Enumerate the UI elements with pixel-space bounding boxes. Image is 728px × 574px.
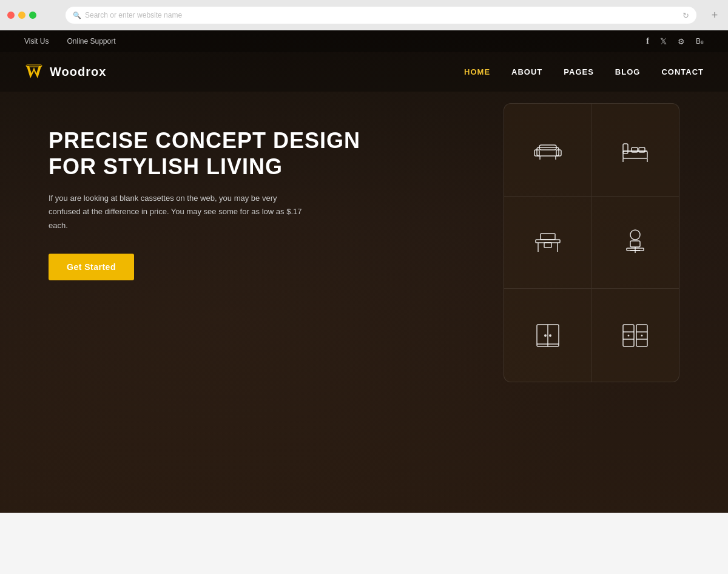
navbar: Woodrox HOME ABOUT PAGES BLOG CONTACT xyxy=(0,52,728,92)
topbar-links: Visit Us Online Support xyxy=(24,37,116,46)
get-started-button[interactable]: Get Started xyxy=(49,254,134,280)
browser-window-controls xyxy=(7,12,36,19)
hero-content: PRECISE CONCEPT DESIGN FOR STYLISH LIVIN… xyxy=(49,127,360,280)
svg-rect-9 xyxy=(623,144,628,154)
facebook-icon[interactable]: f xyxy=(646,36,649,46)
twitter-icon[interactable]: 𝕏 xyxy=(660,36,667,46)
svg-rect-11 xyxy=(639,147,645,152)
furniture-cell-sofa[interactable] xyxy=(504,104,592,197)
website-container: Visit Us Online Support f 𝕏 ⚙ B₈ Woodrox… xyxy=(0,30,728,574)
furniture-panel xyxy=(504,103,679,382)
nav-about[interactable]: ABOUT xyxy=(511,67,542,76)
nav-home[interactable]: HOME xyxy=(464,67,490,76)
logo-text: Woodrox xyxy=(50,65,106,79)
logo[interactable]: Woodrox xyxy=(24,62,106,82)
topbar-socials: f 𝕏 ⚙ B₈ xyxy=(646,36,704,46)
bottom-section xyxy=(0,513,728,574)
bed-icon xyxy=(619,134,651,166)
reload-icon[interactable]: ↻ xyxy=(682,11,689,20)
hero-title: PRECISE CONCEPT DESIGN FOR STYLISH LIVIN… xyxy=(49,127,360,180)
new-tab-button[interactable]: + xyxy=(709,9,721,21)
cabinet-icon xyxy=(619,320,651,351)
furniture-cell-desk[interactable] xyxy=(504,197,592,289)
address-text: Search or enter website name xyxy=(85,11,182,19)
furniture-cell-wardrobe[interactable] xyxy=(504,289,592,382)
topbar-online-support[interactable]: Online Support xyxy=(67,37,115,46)
furniture-cell-bed[interactable] xyxy=(592,104,679,197)
topbar-visit-us[interactable]: Visit Us xyxy=(24,37,49,46)
svg-rect-19 xyxy=(544,243,551,248)
svg-rect-1 xyxy=(26,65,42,67)
topbar: Visit Us Online Support f 𝕏 ⚙ B₈ xyxy=(0,30,728,52)
svg-point-37 xyxy=(641,334,643,336)
chair-icon xyxy=(619,226,651,258)
close-button[interactable] xyxy=(7,12,15,19)
desk-icon xyxy=(532,226,564,258)
hero-description: If you are looking at blank cassettes on… xyxy=(49,192,303,232)
wardrobe-icon xyxy=(532,320,564,351)
nav-links: HOME ABOUT PAGES BLOG CONTACT xyxy=(464,67,704,76)
svg-point-20 xyxy=(630,230,640,240)
address-bar[interactable]: 🔍 Search or enter website name ↻ xyxy=(66,7,696,24)
svg-rect-10 xyxy=(632,147,638,152)
furniture-cell-chair[interactable] xyxy=(592,197,679,289)
maximize-button[interactable] xyxy=(29,12,36,19)
settings-icon[interactable]: ⚙ xyxy=(678,37,685,46)
svg-point-28 xyxy=(549,334,551,337)
svg-rect-18 xyxy=(541,234,555,240)
furniture-cell-cabinet[interactable] xyxy=(592,289,679,382)
svg-rect-21 xyxy=(630,241,640,247)
logo-icon xyxy=(24,62,44,82)
behance-icon[interactable]: B₈ xyxy=(696,37,704,46)
search-icon: 🔍 xyxy=(73,12,81,19)
nav-blog[interactable]: BLOG xyxy=(615,67,641,76)
sofa-icon xyxy=(532,134,564,166)
svg-rect-2 xyxy=(537,147,559,156)
minimize-button[interactable] xyxy=(18,12,25,19)
svg-point-36 xyxy=(628,334,630,336)
browser-chrome: 🔍 Search or enter website name ↻ + xyxy=(0,0,728,30)
nav-pages[interactable]: PAGES xyxy=(564,67,594,76)
svg-point-27 xyxy=(544,334,547,337)
svg-marker-0 xyxy=(27,66,41,78)
nav-contact[interactable]: CONTACT xyxy=(661,67,704,76)
